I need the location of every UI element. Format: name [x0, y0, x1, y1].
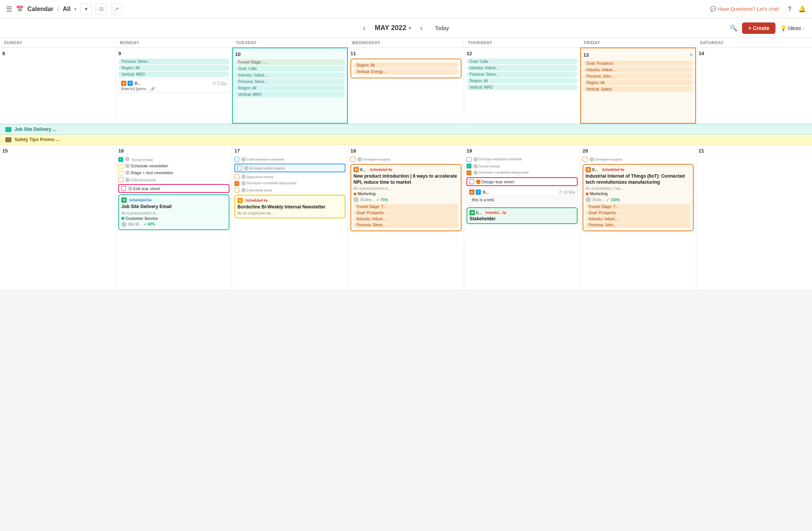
search-button[interactable]: 🔍 — [730, 24, 737, 32]
filter-button[interactable]: ▼ — [80, 3, 92, 15]
task-design-images-20[interactable]: Design images — [583, 156, 694, 162]
event-subtitle: As an employee-ow... — [237, 211, 342, 215]
day-cell-10: 10 Funnel Stage: ... Goal: Calls Industr… — [232, 48, 348, 124]
display-button[interactable]: ⊡ — [96, 3, 107, 15]
safety-tips-banner[interactable]: Safety Tips Promo ... — [0, 135, 812, 145]
orange-event-card[interactable]: Region: All Vertical: Energy... — [350, 59, 462, 78]
chat-link[interactable]: 💬 Have Questions? Let's chat! — [710, 6, 779, 12]
design-tear-sheet-label: Design tear sheet — [481, 180, 514, 184]
next-month-button[interactable]: › — [417, 22, 426, 34]
nav-separator: / — [57, 6, 59, 13]
day-cell-18: 18 Design images ℝ B... Scheduled 9a New… — [348, 145, 464, 289]
stakeholder-event[interactable]: ✉ E... Schedul... 3p Stakeholder — [467, 207, 578, 224]
event-title: Industrial Internet of Things (IIoT): Co… — [586, 173, 691, 185]
banner-text: Safety Tips Promo ... — [14, 137, 59, 142]
newsletter-event[interactable]: N Scheduled 8a Borderline Bi-Weekly Inte… — [234, 195, 345, 218]
job-site-banner[interactable]: Job Site Delivery ... — [0, 124, 812, 135]
tag-chip: Vertical: Energy... — [353, 69, 459, 75]
day-header-wed: WEDNESDAY — [348, 38, 464, 47]
blog-event-18[interactable]: ℝ B... Scheduled 9a New product introduc… — [350, 164, 462, 231]
event-title: New product introduction | 8 ways to acc… — [353, 173, 459, 185]
tag-chip: Industry: Indust... — [583, 67, 693, 73]
tag-chip: Goal: Prospects — [586, 210, 691, 216]
chat-icon: 💬 — [710, 6, 716, 12]
day-cell-17: 17 Edit website content Design white pap… — [232, 145, 348, 289]
tag-chip: Vertical: MRO — [118, 72, 229, 77]
task-edit-tear-sheet[interactable]: Edit tear sheet — [118, 184, 229, 193]
tag-chip: Region: All — [467, 78, 578, 84]
task-design-website-19[interactable]: Design website content — [467, 156, 578, 163]
day-cell-21: 21 — [696, 145, 812, 289]
tag-chip: Persona: John ... — [583, 73, 693, 79]
task-schedule-newsletter[interactable]: Schedule newsletter — [118, 163, 229, 170]
tag-chip: Funnel Stage: T... — [586, 204, 691, 210]
tag-chip: Funnel Stage: T... — [353, 204, 459, 210]
task-stage-newsletter[interactable]: Stage + test newsletter — [118, 170, 229, 176]
folder-icon-teal — [5, 127, 11, 132]
tag-chip: Industry: Indust... — [586, 216, 691, 222]
task-design-images-18[interactable]: Design images — [350, 156, 462, 162]
task-send-email-19[interactable]: ✓ Send email — [467, 163, 578, 169]
month-year-title[interactable]: MAY 2022 ▾ — [375, 24, 411, 32]
event-title: Job Site Delivery Email — [121, 204, 226, 210]
tag-chip: Vertical: MRO — [467, 84, 578, 90]
task-edit-website[interactable]: Edit website content — [234, 156, 345, 162]
tag-chip: Persona: Steve... — [353, 222, 459, 228]
day-number-plus: 13+ — [583, 51, 693, 58]
calendar-icon: 📅 — [16, 5, 24, 13]
today-button[interactable]: Today — [432, 24, 452, 33]
plus-icon[interactable]: + — [689, 51, 693, 58]
day-number: 21 — [699, 148, 810, 154]
bulb-icon: 💡 — [780, 25, 787, 31]
day-header-thu: THURSDAY — [464, 38, 580, 47]
day-number: 10 — [235, 51, 345, 57]
task-review-publish-19[interactable]: ✓ Review + publish blog post — [467, 169, 578, 176]
ideas-arrow: › — [802, 25, 804, 31]
task-edit-blog[interactable]: Edit blog post — [118, 176, 229, 183]
day-cell-11: 11 Region: All Vertical: Energy... — [348, 48, 464, 124]
create-button[interactable]: + Create — [742, 22, 775, 34]
iiot-event[interactable]: ℝ B... Scheduled 9a Industrial Internet … — [583, 164, 694, 231]
day-cell-9: 9 Persona: Steve... Region: All Vertical… — [116, 48, 232, 124]
help-button[interactable]: ? — [788, 6, 791, 13]
day-number: 17 — [234, 148, 345, 154]
event-subtitle: As a procurement m... — [353, 186, 459, 191]
task-edit-blog-17[interactable]: Edit blog post — [234, 187, 345, 193]
hamburger-icon[interactable]: ☰ — [6, 5, 12, 13]
day-number: 14 — [699, 51, 810, 56]
day-number: 20 — [583, 148, 694, 154]
event-title: Stakeholder — [470, 216, 575, 221]
task-review-publish[interactable]: ✓ Review + publish blog post — [234, 180, 345, 187]
nav-all-label[interactable]: All — [63, 6, 70, 13]
day-number: 9 — [118, 51, 229, 56]
tag-chip: Industry: Indust... — [235, 72, 345, 78]
tag-chip: Region: All — [353, 62, 459, 68]
day-cell-8: 8 — [0, 48, 116, 124]
month-year-text: MAY 2022 — [375, 24, 406, 32]
event-title: Borderline Bi-Weekly Internal Newsletter — [237, 204, 342, 210]
task-design-white-paper[interactable]: Design white paper — [234, 164, 345, 172]
notification-button[interactable]: 🔔 — [798, 5, 806, 13]
prev-month-button[interactable]: ‹ — [360, 22, 369, 34]
week2-row: 15 16 ✓ Send email Schedule newsletter S — [0, 145, 812, 289]
day-cell-14: 14 — [696, 48, 812, 124]
day-cell-19: 19 Design website content ✓ Send email ✓… — [464, 145, 580, 289]
tag-chip: Persona: John... — [586, 222, 691, 228]
job-site-email-event[interactable]: ✉ Scheduled 9a Job Site Delivery Email A… — [118, 194, 229, 230]
share-button[interactable]: ↗ — [111, 3, 122, 15]
task-send-email[interactable]: ✓ Send email — [118, 156, 229, 163]
task-approve-email[interactable]: Approve email — [234, 173, 345, 180]
ideas-button[interactable]: 💡 Ideas › — [780, 25, 804, 31]
day-header-sun: SUNDAY — [0, 38, 116, 47]
social-post-19[interactable]: B T B... ⏱ 10:56a this is a test. — [467, 188, 578, 206]
social-post-card[interactable]: B T B... ⏱ 2:22p {how-to} {perm... 🔗 — [118, 79, 229, 93]
nav-dropdown-arrow[interactable]: ▾ — [74, 6, 76, 12]
month-dropdown-icon: ▾ — [409, 25, 411, 31]
day-cell-13: 13+ Goal: Prospects Industry: Indust... … — [580, 48, 696, 124]
day-number: 12 — [467, 51, 578, 56]
task-design-tear-sheet[interactable]: Design tear sheet — [467, 177, 578, 186]
day-cell-15: 15 — [0, 145, 116, 289]
day-number: 11 — [350, 51, 462, 56]
day-cell-20: 20 Design images ℝ B... Scheduled 9a Ind… — [580, 145, 696, 289]
event-subtitle: As a procurement m... — [121, 211, 226, 215]
